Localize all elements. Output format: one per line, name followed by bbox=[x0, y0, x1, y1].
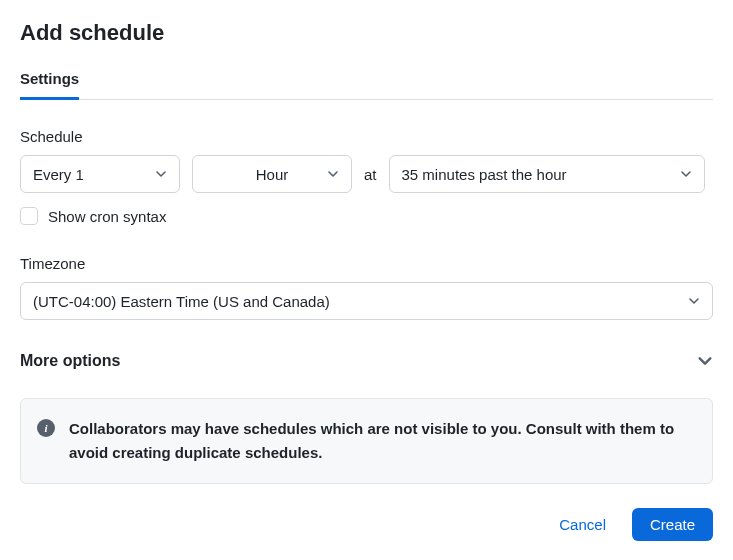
frequency-value: Every 1 bbox=[33, 166, 84, 183]
dialog-footer: Cancel Create bbox=[20, 508, 713, 541]
timezone-value: (UTC-04:00) Eastern Time (US and Canada) bbox=[33, 293, 330, 310]
dialog-title: Add schedule bbox=[20, 20, 713, 46]
info-text: Collaborators may have schedules which a… bbox=[69, 417, 696, 465]
timezone-label: Timezone bbox=[20, 255, 713, 272]
frequency-select[interactable]: Every 1 bbox=[20, 155, 180, 193]
info-icon: i bbox=[37, 419, 55, 437]
create-button[interactable]: Create bbox=[632, 508, 713, 541]
schedule-label: Schedule bbox=[20, 128, 713, 145]
timezone-select[interactable]: (UTC-04:00) Eastern Time (US and Canada) bbox=[20, 282, 713, 320]
chevron-down-icon bbox=[688, 295, 700, 307]
tabs-bar: Settings bbox=[20, 70, 713, 100]
cron-syntax-row: Show cron syntax bbox=[20, 207, 713, 225]
schedule-group: Schedule Every 1 Hour at 35 minutes past… bbox=[20, 128, 713, 225]
more-options-label: More options bbox=[20, 352, 120, 370]
chevron-down-icon bbox=[680, 168, 692, 180]
chevron-down-icon bbox=[697, 353, 713, 369]
tab-settings[interactable]: Settings bbox=[20, 70, 79, 100]
cancel-button[interactable]: Cancel bbox=[549, 508, 616, 541]
unit-select[interactable]: Hour bbox=[192, 155, 352, 193]
chevron-down-icon bbox=[327, 168, 339, 180]
timezone-group: Timezone (UTC-04:00) Eastern Time (US an… bbox=[20, 255, 713, 320]
schedule-row: Every 1 Hour at 35 minutes past the hour bbox=[20, 155, 713, 193]
offset-value: 35 minutes past the hour bbox=[402, 166, 567, 183]
more-options-toggle[interactable]: More options bbox=[20, 352, 713, 370]
chevron-down-icon bbox=[155, 168, 167, 180]
show-cron-label: Show cron syntax bbox=[48, 208, 166, 225]
show-cron-checkbox[interactable] bbox=[20, 207, 38, 225]
info-banner: i Collaborators may have schedules which… bbox=[20, 398, 713, 484]
at-label: at bbox=[364, 166, 377, 183]
offset-select[interactable]: 35 minutes past the hour bbox=[389, 155, 705, 193]
unit-value: Hour bbox=[256, 166, 289, 183]
